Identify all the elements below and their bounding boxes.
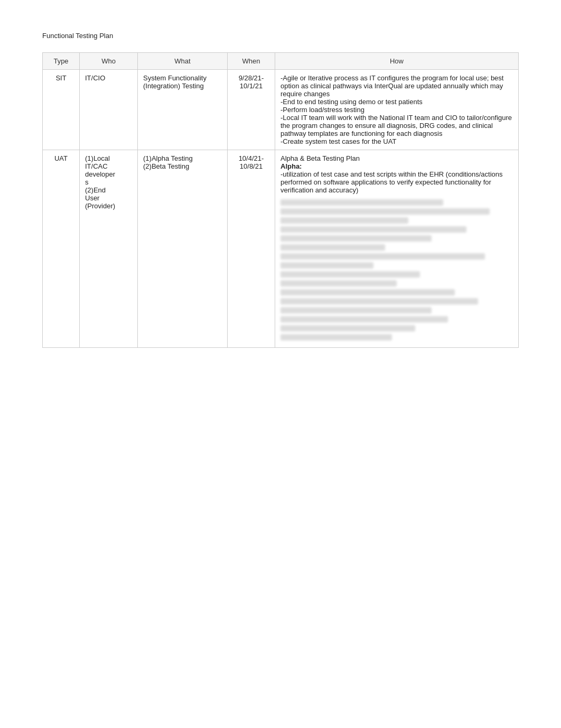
- sit-who: IT/CIO: [80, 70, 138, 150]
- uat-what-line2: (2)Beta Testing: [143, 162, 189, 170]
- header-what: What: [138, 53, 228, 70]
- uat-what: (1)Alpha Testing (2)Beta Testing: [138, 150, 228, 348]
- sit-what-line1: System Functionality: [143, 74, 207, 82]
- table-row-sit: SIT IT/CIO System Functionality (Integra…: [43, 70, 519, 150]
- header-when: When: [228, 53, 275, 70]
- uat-how-visible: Alpha & Beta Testing PlanAlpha:-utilizat…: [280, 154, 503, 194]
- header-who: Who: [80, 53, 138, 70]
- uat-how-blurred: [280, 199, 513, 340]
- uat-who-line1: (1)LocalIT/CACdevelopers(2)EndUser(Provi…: [85, 154, 115, 210]
- page-title: Functional Testing Plan: [42, 32, 519, 40]
- sit-what-line2: (Integration) Testing: [143, 82, 204, 90]
- uat-who: (1)LocalIT/CACdevelopers(2)EndUser(Provi…: [80, 150, 138, 348]
- table-row-uat: UAT (1)LocalIT/CACdevelopers(2)EndUser(P…: [43, 150, 519, 348]
- uat-when-value: 10/4/21-10/8/21: [239, 154, 264, 170]
- sit-how: -Agile or Iterative process as IT config…: [275, 70, 519, 150]
- uat-what-line1: (1)Alpha Testing: [143, 154, 193, 162]
- sit-when-value: 9/28/21-10/1/21: [239, 74, 264, 90]
- header-type: Type: [43, 53, 80, 70]
- uat-type: UAT: [43, 150, 80, 348]
- sit-how-text: -Agile or Iterative process as IT config…: [280, 74, 512, 145]
- sit-what: System Functionality (Integration) Testi…: [138, 70, 228, 150]
- table-header-row: Type Who What When How: [43, 53, 519, 70]
- sit-type: SIT: [43, 70, 80, 150]
- functional-testing-table: Type Who What When How SIT IT/CIO System…: [42, 52, 519, 348]
- header-how: How: [275, 53, 519, 70]
- uat-how: Alpha & Beta Testing PlanAlpha:-utilizat…: [275, 150, 519, 348]
- sit-when: 9/28/21-10/1/21: [228, 70, 275, 150]
- uat-when: 10/4/21-10/8/21: [228, 150, 275, 348]
